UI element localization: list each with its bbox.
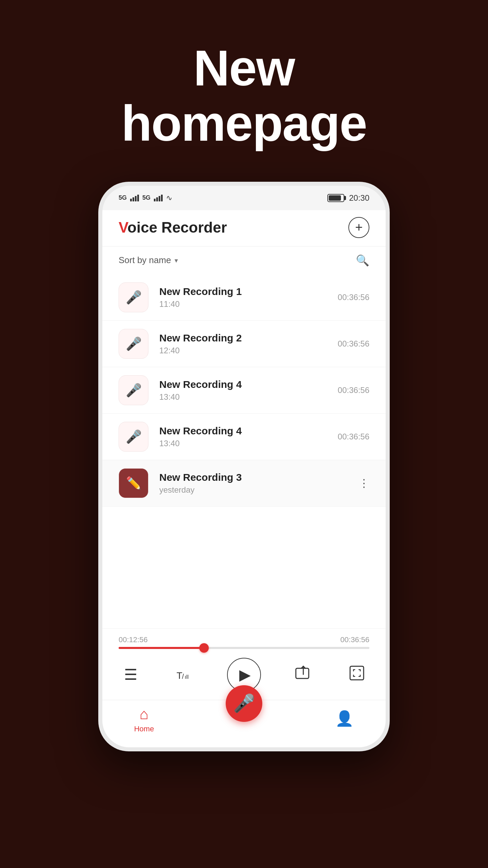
recording-info: New Recording 3 yesterday (159, 472, 352, 495)
chevron-down-icon: ▾ (175, 256, 178, 264)
recording-info: New Recording 4 13:40 (159, 379, 338, 402)
transcribe-button[interactable]: T / ıll (173, 663, 197, 687)
recording-menu-icon[interactable]: ⋮ (359, 477, 369, 490)
battery-icon (327, 194, 344, 202)
headline-line1: New (121, 41, 367, 96)
progress-fill (119, 647, 204, 649)
home-label: Home (134, 725, 154, 733)
recording-thumb: 🎤 (119, 375, 148, 405)
expand-button[interactable] (346, 663, 369, 687)
recording-time: 11:40 (159, 299, 338, 309)
phone-mockup: 5G 5G ∿ 20:30 Voice Recorder (98, 182, 390, 751)
recording-item[interactable]: 🎤 New Recording 2 12:40 00:36:56 (102, 321, 386, 367)
mic-icon: 🎤 (126, 383, 142, 398)
menu-icon: ☰ (124, 666, 137, 683)
recording-time: 13:40 (159, 392, 338, 402)
title-v: V (119, 219, 127, 236)
search-icon[interactable]: 🔍 (356, 254, 369, 267)
recording-time: yesterday (159, 485, 352, 495)
signal-bars-2 (154, 195, 163, 201)
share-icon (294, 665, 312, 684)
app-title: Voice Recorder (119, 219, 227, 236)
recording-name: New Recording 4 (159, 425, 338, 437)
recording-item[interactable]: 🎤 New Recording 4 13:40 00:36:56 (102, 367, 386, 414)
recording-thumb-edit: ✏️ (119, 468, 148, 498)
status-left: 5G 5G ∿ (119, 194, 172, 202)
recording-time: 13:40 (159, 439, 338, 448)
svg-rect-3 (296, 668, 309, 678)
recording-thumb: 🎤 (119, 329, 148, 359)
progress-track[interactable] (119, 647, 369, 649)
recording-thumb: 🎤 (119, 422, 148, 452)
sort-label: Sort by name (119, 255, 171, 265)
recording-duration: 00:36:56 (338, 339, 369, 349)
mic-icon: 🎤 (126, 336, 142, 351)
bottom-nav: 🎤 ⌂ Home 👤 (102, 700, 386, 747)
mic-icon: 🎤 (126, 290, 142, 305)
headline-line2: homepage (121, 96, 367, 151)
time-total: 00:36:56 (340, 635, 369, 644)
playback-bar: 00:12:56 00:36:56 (102, 628, 386, 652)
recording-name: New Recording 3 (159, 472, 352, 483)
recording-duration: 00:36:56 (338, 386, 369, 395)
home-icon: ⌂ (140, 706, 149, 723)
play-icon: ▶ (239, 666, 251, 683)
nav-item-home[interactable]: ⌂ Home (134, 706, 154, 733)
fab-mic-icon: 🎤 (233, 693, 255, 714)
profile-icon: 👤 (335, 710, 354, 727)
recording-item-active[interactable]: ✏️ New Recording 3 yesterday ⋮ (102, 460, 386, 507)
time-current: 00:12:56 (119, 635, 148, 644)
network-2-label: 5G (142, 194, 150, 201)
mic-icon: 🎤 (126, 429, 142, 444)
add-button[interactable]: + (348, 217, 369, 238)
svg-text:/: / (182, 673, 184, 680)
battery-fill (329, 195, 341, 201)
recording-item[interactable]: 🎤 New Recording 1 11:40 00:36:56 (102, 274, 386, 321)
share-button[interactable] (291, 663, 315, 687)
svg-text:T: T (177, 670, 182, 681)
status-bar: 5G 5G ∿ 20:30 (102, 186, 386, 210)
recording-name: New Recording 4 (159, 379, 338, 390)
title-rest: oice Recorder (127, 219, 227, 236)
svg-rect-5 (350, 666, 364, 680)
sort-selector[interactable]: Sort by name ▾ (119, 255, 178, 265)
expand-icon (349, 665, 366, 684)
svg-text:ıll: ıll (185, 674, 189, 680)
phone-screen: 5G 5G ∿ 20:30 Voice Recorder (102, 186, 386, 747)
recording-duration: 00:36:56 (338, 293, 369, 302)
app-header: Voice Recorder + (102, 210, 386, 246)
sort-bar: Sort by name ▾ 🔍 (102, 246, 386, 274)
transcribe-icon: T / ıll (176, 667, 194, 682)
nav-item-profile[interactable]: 👤 (335, 710, 354, 729)
recording-list: 🎤 New Recording 1 11:40 00:36:56 🎤 New R… (102, 274, 386, 628)
edit-icon: ✏️ (126, 476, 141, 490)
status-time: 20:30 (349, 193, 369, 203)
recording-info: New Recording 2 12:40 (159, 332, 338, 355)
recording-thumb: 🎤 (119, 282, 148, 312)
menu-control-button[interactable]: ☰ (119, 663, 142, 687)
recording-info: New Recording 4 13:40 (159, 425, 338, 448)
headline: New homepage (121, 41, 367, 151)
wifi-icon: ∿ (166, 194, 172, 202)
record-fab-button[interactable]: 🎤 (226, 685, 262, 722)
progress-times: 00:12:56 00:36:56 (119, 635, 369, 644)
recording-name: New Recording 1 (159, 286, 338, 297)
recording-info: New Recording 1 11:40 (159, 286, 338, 309)
recording-time: 12:40 (159, 346, 338, 355)
progress-thumb[interactable] (199, 643, 209, 653)
recording-duration: 00:36:56 (338, 432, 369, 441)
status-right: 20:30 (327, 193, 369, 203)
network-1-label: 5G (119, 194, 127, 201)
recording-item[interactable]: 🎤 New Recording 4 13:40 00:36:56 (102, 414, 386, 460)
recording-name: New Recording 2 (159, 332, 338, 344)
signal-bars-1 (130, 195, 139, 201)
